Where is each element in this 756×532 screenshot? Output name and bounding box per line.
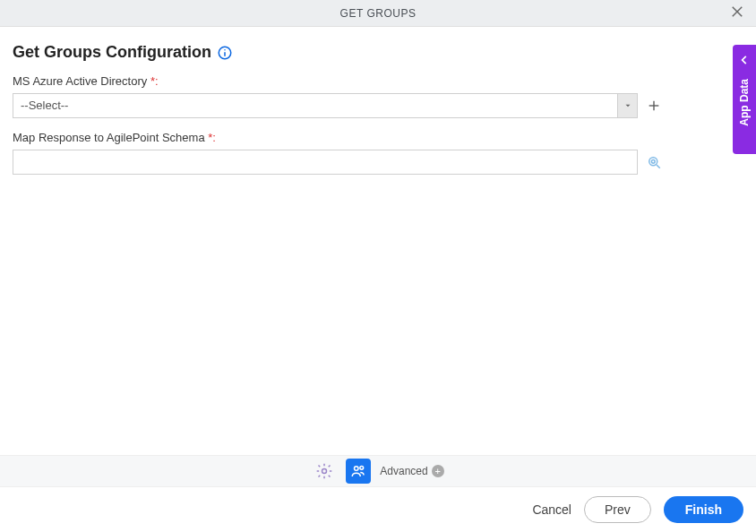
cancel-button[interactable]: Cancel <box>532 502 571 517</box>
svg-point-7 <box>649 158 657 166</box>
gear-icon[interactable] <box>312 459 337 484</box>
bottom-toolbar: Advanced + <box>0 455 756 487</box>
azure-field-row: --Select-- <box>13 93 663 118</box>
page-title-row: Get Groups Configuration <box>13 43 743 62</box>
required-mark: *: <box>150 74 159 88</box>
svg-point-11 <box>355 467 359 471</box>
map-label: Map Response to AgilePoint Schema *: <box>13 131 743 144</box>
azure-label-text: MS Azure Active Directory <box>13 74 147 88</box>
app-data-tab[interactable]: App Data <box>733 45 756 154</box>
people-icon[interactable] <box>346 459 371 484</box>
azure-field-block: MS Azure Active Directory *: --Select-- <box>13 74 743 118</box>
map-field-block: Map Response to AgilePoint Schema *: <box>13 131 743 175</box>
azure-select[interactable]: --Select-- <box>13 93 638 118</box>
chevron-down-icon <box>617 94 637 117</box>
plus-circle-icon: + <box>432 465 444 477</box>
footer: Cancel Prev Finish <box>0 487 756 532</box>
page-title: Get Groups Configuration <box>13 43 211 62</box>
map-field-row <box>13 150 663 175</box>
prev-button[interactable]: Prev <box>584 496 651 523</box>
content-area: Get Groups Configuration MS Azure Active… <box>0 27 756 175</box>
svg-point-12 <box>360 466 364 469</box>
required-mark: *: <box>208 131 216 144</box>
advanced-toggle[interactable]: Advanced + <box>380 465 443 477</box>
title-bar: GET GROUPS <box>0 0 756 27</box>
svg-point-4 <box>224 48 226 50</box>
chevron-left-icon <box>738 54 751 70</box>
azure-label: MS Azure Active Directory *: <box>13 74 743 88</box>
title-bar-text: GET GROUPS <box>340 7 417 20</box>
add-source-button[interactable] <box>645 97 663 115</box>
map-label-text: Map Response to AgilePoint Schema <box>13 131 205 144</box>
app-data-label: App Data <box>738 79 751 126</box>
finish-button[interactable]: Finish <box>664 496 743 523</box>
svg-line-8 <box>657 165 660 168</box>
info-icon[interactable] <box>217 45 233 61</box>
advanced-label: Advanced <box>380 465 427 477</box>
lookup-icon[interactable] <box>645 153 663 171</box>
svg-point-10 <box>322 469 327 474</box>
azure-select-value: --Select-- <box>13 94 617 117</box>
map-input[interactable] <box>13 150 638 175</box>
close-icon[interactable] <box>729 4 747 21</box>
svg-point-9 <box>651 159 655 163</box>
